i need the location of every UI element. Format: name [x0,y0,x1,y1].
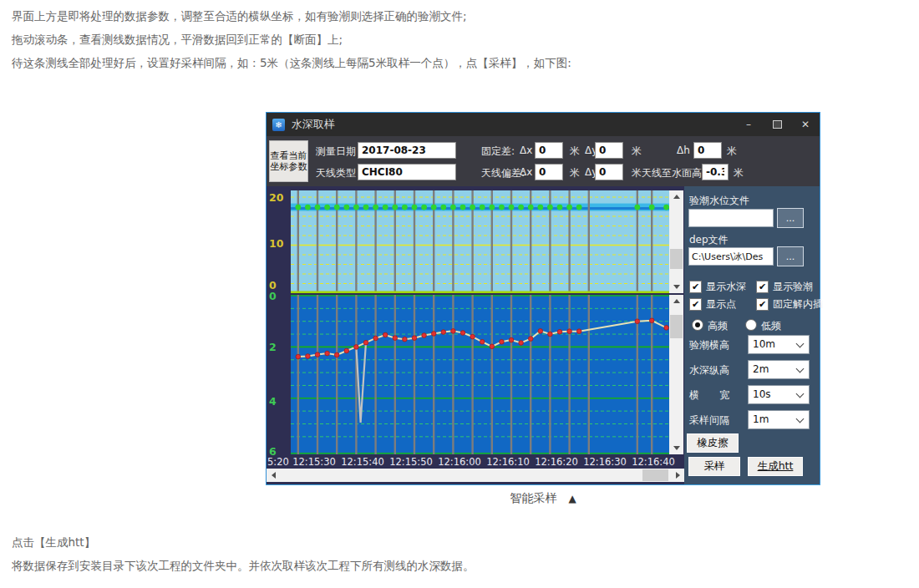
collapse-arrow-icon[interactable]: ▲ [568,493,576,504]
x-tick: 12:16:00 [438,456,481,468]
figure-caption: 智能采样▲ [266,491,820,506]
tide-width-select[interactable]: 10m [748,335,810,354]
scrollbar-thumb[interactable] [642,469,668,481]
scrollbar-thumb[interactable] [670,249,683,269]
outro-line-1: 点击【生成htt】 [12,535,897,550]
window-title: 水深取样 [292,117,734,132]
window-titlebar[interactable]: ❄ 水深取样 – ✕ [267,113,820,136]
chevron-down-icon [796,415,805,423]
sample-interval-label: 采样间隔 [689,413,729,428]
tide-file-input[interactable] [688,209,774,227]
lower-vertical-scrollbar[interactable] [669,295,683,454]
fixed-solution-interp-checkbox[interactable]: ✔ 固定解内插 [756,297,823,312]
x-tick: 12:16:30 [583,456,627,468]
depth-plot[interactable] [291,295,669,454]
caption-text: 智能采样 [510,491,556,504]
x-tick: 12:16:10 [486,456,530,468]
antenna-water-height-label: 天线至水面高 [642,166,702,180]
fixed-dx-input[interactable] [535,142,563,159]
hwidth-label: 横 宽 [689,388,729,403]
high-freq-radio[interactable] [692,319,703,331]
scroll-down-icon[interactable] [669,281,683,293]
control-panel: 验潮水位文件 ... dep文件 ... ✔ 显示水深 ✔ 显示验潮 ✔ 显示点 [684,186,820,484]
dx-label: Δx [520,166,532,178]
intro-text: 界面上方是即将处理的数据参数，调整至合适的横纵坐标，如有验潮则选择正确的验潮文件… [12,8,847,79]
radio-dot-icon [695,322,700,327]
fixed-dy-input[interactable] [595,142,623,159]
toolbar-row-1: 测量日期 固定差: Δx 米 Δy 米 Δh 米 [267,141,820,161]
intro-line-3: 待这条测线全部处理好后，设置好采样间隔，如：5米（这条测线上每隔5米取样一个点）… [12,55,847,71]
app-window: ❄ 水深取样 – ✕ 查看当前 坐标参数 测量日期 固定差: Δx 米 Δy [266,112,820,485]
scroll-up-icon[interactable] [669,295,683,307]
scroll-up-icon[interactable] [669,190,683,203]
generate-htt-button[interactable]: 生成htt [748,457,803,476]
page: 界面上方是即将处理的数据参数，调整至合适的横纵坐标，如有验潮则选择正确的验潮文件… [0,0,919,588]
x-tick: 12:15:50 [389,456,433,468]
x-tick: 5:20 [267,456,289,468]
dx-label: Δx [520,144,532,156]
upper-ytick: 20 [269,191,289,204]
meter-unit: 米 [734,166,744,180]
dh-input[interactable] [693,142,722,159]
close-button[interactable]: ✕ [791,113,820,136]
upper-ytick: 10 [269,237,289,250]
scroll-down-icon[interactable] [669,442,683,454]
dep-file-browse-button[interactable]: ... [777,246,804,266]
tide-width-label: 验潮横高 [689,338,729,352]
tide-file-browse-button[interactable]: ... [777,208,804,228]
measure-date-label: 测量日期 [316,144,356,159]
show-depth-checkbox[interactable]: ✔ 显示水深 [689,280,746,294]
chevron-down-icon [796,365,805,373]
meter-unit: 米 [727,144,737,159]
low-freq-radio[interactable] [745,319,757,331]
depth-vscale-select[interactable]: 2m [748,360,810,379]
horizontal-scrollbar[interactable] [267,469,684,482]
lower-ytick: 2 [269,341,289,353]
maximize-button[interactable] [763,113,791,136]
show-points-checkbox[interactable]: ✔ 显示点 [689,297,736,312]
outro-text: 点击【生成htt】 将数据保存到安装目录下该次工程的文件夹中。并依次取样该次工程… [12,535,897,581]
app-icon: ❄ [272,119,285,131]
scrollbar-thumb[interactable] [670,315,683,338]
x-tick: 12:16:20 [535,456,578,468]
parameter-toolbar: 查看当前 坐标参数 测量日期 固定差: Δx 米 Δy 米 Δh 米 天线类型 [267,136,820,186]
hwidth-select[interactable]: 10s [748,385,810,404]
meter-unit: 米 [570,166,580,180]
chevron-down-icon [796,390,805,398]
tide-file-label: 验潮水位文件 [689,194,749,208]
antenna-type-label: 天线类型 [316,166,356,180]
minimize-button[interactable]: – [734,113,763,136]
depth-vscale-label: 水深纵高 [689,363,729,378]
low-freq-label: 低频 [761,319,781,333]
meter-unit: 米 [570,144,580,159]
intro-line-1: 界面上方是即将处理的数据参数，调整至合适的横纵坐标，如有验潮则选择正确的验潮文件… [12,8,847,24]
antenna-dy-input[interactable] [595,164,623,180]
show-tide-checkbox[interactable]: ✔ 显示验潮 [756,280,813,294]
dh-label: Δh [677,144,690,156]
antenna-dx-input[interactable] [535,164,563,180]
scroll-right-icon[interactable] [671,469,684,482]
dep-file-input[interactable] [688,247,774,266]
meter-unit: 米 [632,144,642,159]
maximize-icon [773,120,782,129]
chart-area: 20 10 0 0 2 4 6 [267,186,684,484]
checkbox-check-icon: ✔ [756,281,769,293]
antenna-water-height-input[interactable] [702,164,729,180]
upper-vertical-scrollbar[interactable] [669,190,683,293]
sample-button[interactable]: 采样 [688,457,740,476]
antenna-offset-label: 天线偏差: [481,166,525,180]
meter-unit: 米 [632,166,642,180]
scroll-left-icon[interactable] [267,469,280,482]
lower-ytick: 0 [269,290,289,302]
sample-interval-select[interactable]: 1m [748,410,810,429]
window-content: 20 10 0 0 2 4 6 [267,186,820,484]
dep-file-label: dep文件 [689,233,729,247]
tide-plot[interactable] [291,190,669,293]
eraser-button[interactable]: 橡皮擦 [687,433,739,453]
high-freq-label: 高频 [708,319,728,333]
measure-date-input[interactable] [358,142,456,159]
checkbox-check-icon: ✔ [689,298,702,311]
x-tick: 12:15:40 [341,456,384,468]
fixed-diff-label: 固定差: [481,144,515,159]
antenna-type-input[interactable] [358,164,456,180]
